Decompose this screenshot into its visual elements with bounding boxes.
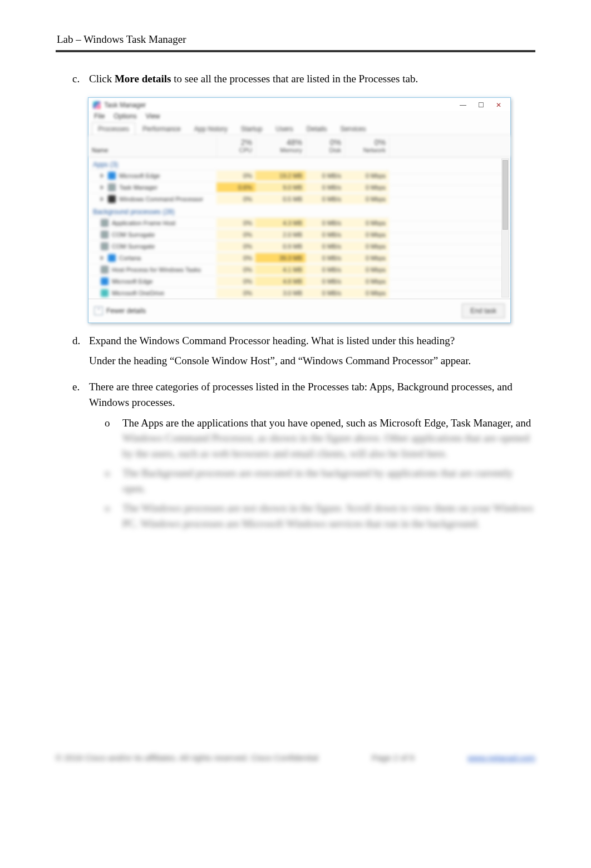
- menu-view[interactable]: View: [146, 112, 160, 120]
- table-row[interactable]: Host Process for Windows Tasks 0% 4.1 MB…: [88, 264, 510, 275]
- chevron-up-icon: ˄: [94, 306, 103, 315]
- tab-apphistory[interactable]: App history: [188, 122, 234, 135]
- col-memory[interactable]: 48% Memory: [255, 136, 306, 157]
- menu-options[interactable]: Options: [114, 112, 136, 120]
- bullet-marker: o: [105, 500, 122, 531]
- app-icon: [101, 219, 109, 227]
- scrollbar[interactable]: [501, 158, 509, 297]
- maximize-button[interactable]: ☐: [472, 100, 489, 110]
- table-row[interactable]: Microsoft Edge 0% 4.8 MB 0 MB/s 0 Mbps: [88, 275, 510, 287]
- tab-details[interactable]: Details: [301, 122, 333, 135]
- step-d-question: Expand the Windows Command Processor hea…: [89, 333, 535, 349]
- window-footer: ˄ Fewer details End task: [88, 299, 510, 323]
- chevron-right-icon: [101, 197, 104, 201]
- tab-performance[interactable]: Performance: [136, 122, 187, 135]
- app-icon: [108, 172, 116, 180]
- table-row[interactable]: Windows Command Processor 0% 0.5 MB 0 MB…: [88, 193, 510, 205]
- bullet-marker: o: [105, 465, 122, 496]
- app-icon: [108, 195, 116, 203]
- tab-startup[interactable]: Startup: [235, 122, 269, 135]
- bullet-text-hidden: Windows processes are Microsoft Windows …: [140, 518, 480, 529]
- chevron-right-icon: [101, 185, 104, 190]
- step-e-sublist: o The Apps are the applications that you…: [105, 415, 535, 532]
- list-item: o The Apps are the applications that you…: [105, 415, 535, 462]
- task-manager-window: Task Manager — ☐ ✕ File Options View Pro…: [88, 97, 511, 323]
- bullet-text-hidden: the users, such as web browsers and emai…: [136, 448, 447, 459]
- table-row[interactable]: Cortana 0% 39.3 MB 0 MB/s 0 Mbps: [88, 252, 510, 264]
- step-c: c. Click More details to see all the pro…: [72, 71, 535, 92]
- fewer-details-button[interactable]: ˄ Fewer details: [94, 306, 146, 315]
- scrollbar-thumb[interactable]: [503, 160, 508, 230]
- col-name[interactable]: Name: [88, 136, 216, 157]
- app-icon: [101, 289, 109, 297]
- list-item: o The Background processes are executed …: [105, 465, 535, 496]
- minimize-button[interactable]: —: [455, 100, 471, 110]
- step-c-text: Click More details to see all the proces…: [89, 71, 535, 87]
- col-network[interactable]: 0% Network: [344, 136, 389, 157]
- end-task-button[interactable]: End task: [462, 304, 505, 318]
- task-manager-icon: [93, 101, 101, 109]
- step-marker: d.: [72, 333, 89, 374]
- window-title: Task Manager: [104, 101, 146, 109]
- tab-processes[interactable]: Processes: [92, 122, 135, 135]
- document-page: Lab – Windows Task Manager c. Click More…: [0, 0, 591, 868]
- table-row[interactable]: COM Surrogate 0% 2.0 MB 0 MB/s 0 Mbps: [88, 229, 510, 240]
- tab-services[interactable]: Services: [334, 122, 372, 135]
- footer-copyright: © 2016 Cisco and/or its affiliates. All …: [56, 753, 318, 762]
- step-d-answer: Under the heading “Console Window Host”,…: [89, 353, 535, 369]
- process-list: Apps (3) Microsoft Edge 0% 19.2 MB 0 MB/…: [88, 157, 510, 299]
- step-marker: e.: [72, 379, 89, 536]
- step-e-intro: There are three categories of processes …: [89, 379, 535, 411]
- col-disk[interactable]: 0% Disk: [306, 136, 344, 157]
- chevron-right-icon: [101, 173, 104, 178]
- tab-strip: Processes Performance App history Startu…: [88, 122, 510, 136]
- page-footer: © 2016 Cisco and/or its affiliates. All …: [56, 753, 535, 762]
- step-marker: c.: [72, 71, 89, 92]
- step-d: d. Expand the Windows Command Processor …: [72, 333, 535, 374]
- window-controls: — ☐ ✕: [455, 100, 507, 110]
- app-icon: [108, 183, 116, 191]
- app-icon: [101, 242, 109, 250]
- bullet-marker: o: [105, 415, 122, 462]
- section-background: Background processes (28): [88, 205, 510, 217]
- app-icon: [101, 277, 109, 285]
- app-icon: [101, 231, 109, 239]
- list-item: o The Windows processes are not shown in…: [105, 500, 535, 531]
- section-apps: Apps (3): [88, 157, 510, 170]
- table-row[interactable]: COM Surrogate 0% 0.9 MB 0 MB/s 0 Mbps: [88, 240, 510, 252]
- table-row[interactable]: Task Manager 0.6% 9.0 MB 0 MB/s 0 Mbps: [88, 181, 510, 193]
- col-cpu[interactable]: 2% CPU: [216, 136, 255, 157]
- footer-page-number: Page 2 of 9: [372, 753, 415, 762]
- window-titlebar: Task Manager — ☐ ✕: [88, 98, 510, 111]
- footer-link[interactable]: www.netacad.com: [467, 753, 535, 762]
- app-icon: [108, 254, 116, 262]
- tab-users[interactable]: Users: [269, 122, 299, 135]
- app-icon: [101, 266, 109, 274]
- table-row[interactable]: Application Frame Host 0% 4.3 MB 0 MB/s …: [88, 217, 510, 229]
- table-row[interactable]: Microsoft OneDrive 0% 3.0 MB 0 MB/s 0 Mb…: [88, 287, 510, 299]
- step-e: e. There are three categories of process…: [72, 379, 535, 536]
- column-headers: Name 2% CPU 48% Memory 0% Disk 0% Networ…: [88, 136, 510, 157]
- chevron-right-icon: [101, 256, 104, 260]
- bullet-text-visible: The Apps are the applications that you h…: [122, 417, 531, 429]
- bullet-text-hidden: The Background processes are executed in…: [122, 465, 535, 496]
- menu-file[interactable]: File: [94, 112, 105, 120]
- close-button[interactable]: ✕: [490, 100, 507, 110]
- window-menu: File Options View: [88, 111, 510, 122]
- page-title: Lab – Windows Task Manager: [56, 33, 535, 52]
- table-row[interactable]: Microsoft Edge 0% 19.2 MB 0 MB/s 0 Mbps: [88, 170, 510, 181]
- task-manager-screenshot: Task Manager — ☐ ✕ File Options View Pro…: [88, 97, 535, 323]
